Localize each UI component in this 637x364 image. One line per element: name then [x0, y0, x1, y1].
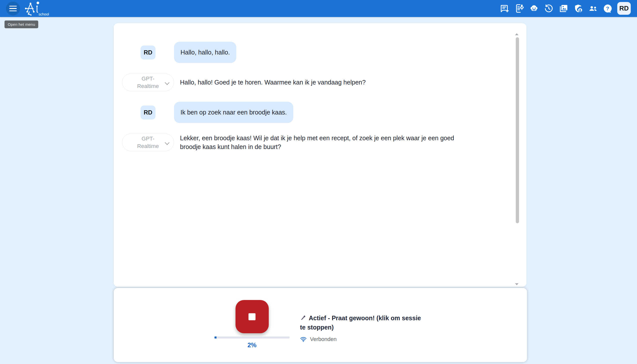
model-selector[interactable]: GPT-Realtime: [122, 74, 174, 91]
chevron-down-icon: [165, 140, 169, 145]
chevron-down-icon: [165, 80, 169, 85]
media-library-button[interactable]: [558, 3, 569, 14]
page: school: [0, 0, 637, 364]
connection-text: Verbonden: [310, 336, 336, 342]
ai-school-logo-icon: school: [22, 0, 52, 17]
history-button[interactable]: [544, 3, 554, 14]
audio-progress-track: [214, 336, 290, 338]
menu-button[interactable]: [6, 2, 20, 16]
stop-icon: [248, 313, 256, 320]
new-chat-icon: [500, 4, 510, 14]
history-icon: [544, 4, 554, 14]
scrollbar-down-arrow[interactable]: [515, 283, 518, 285]
microphone-icon: [300, 314, 306, 321]
message-text: Hallo, hallo, hallo.: [180, 49, 230, 56]
user-bubble: Hallo, hallo, hallo.: [174, 42, 236, 63]
scrollbar-thumb[interactable]: [516, 37, 519, 223]
header-actions: ?: [499, 3, 613, 14]
admin-shield-button[interactable]: [573, 3, 584, 14]
voice-document-button[interactable]: [514, 3, 524, 14]
groups-button[interactable]: [588, 3, 598, 14]
user-avatar-button[interactable]: RD: [617, 2, 631, 15]
scrollbar-up-arrow[interactable]: [515, 33, 518, 35]
model-selector[interactable]: GPT-Realtime: [122, 134, 174, 151]
session-card: 2% Actief - Praat gewoon! (klik om sessi…: [114, 288, 527, 362]
stop-session-button[interactable]: [236, 300, 269, 333]
message-text: Ik ben op zoek naar een broodje kaas.: [180, 109, 287, 116]
chat-panel: RD Hallo, hallo, hallo. GPT-Realtime Hal…: [114, 23, 526, 287]
groups-icon: [588, 4, 598, 14]
header-bar: school: [0, 0, 637, 17]
chat-message-row: RD Ik ben op zoek naar een broodje kaas.: [122, 102, 504, 123]
model-label: GPT-Realtime: [133, 135, 163, 150]
assistant-text: Hallo, hallo! Goed je te horen. Waarmee …: [180, 78, 366, 87]
chat-message-list: RD Hallo, hallo, hallo. GPT-Realtime Hal…: [122, 42, 504, 162]
audio-progress-fill: [214, 336, 216, 338]
model-label: GPT-Realtime: [133, 75, 163, 90]
session-status: Actief - Praat gewoon! (klik om sessie t…: [300, 314, 426, 342]
robot-assistant-button[interactable]: [529, 3, 539, 14]
new-chat-button[interactable]: [499, 3, 510, 14]
progress-percentage: 2%: [248, 342, 256, 349]
help-icon: ?: [603, 4, 613, 14]
help-button[interactable]: ?: [602, 3, 613, 14]
assistant-text: Lekker, een broodje kaas! Wil je dat ik …: [180, 134, 461, 151]
svg-text:school: school: [38, 12, 49, 16]
user-avatar: RD: [140, 46, 156, 60]
app-logo[interactable]: school: [22, 0, 52, 18]
media-library-icon: [558, 4, 568, 14]
status-text: Actief - Praat gewoon! (klik om sessie t…: [300, 314, 421, 331]
admin-shield-icon: [573, 4, 583, 14]
chat-message-row: GPT-Realtime Lekker, een broodje kaas! W…: [122, 134, 504, 151]
menu-tooltip: Open het menu: [4, 20, 38, 28]
menu-icon: [9, 6, 17, 7]
voice-document-icon: [514, 4, 524, 14]
robot-icon: [529, 4, 539, 14]
chat-message-row: GPT-Realtime Hallo, hallo! Goed je te ho…: [122, 74, 504, 91]
wifi-icon: [300, 336, 307, 342]
session-controls: 2%: [214, 300, 290, 349]
chat-message-row: RD Hallo, hallo, hallo.: [122, 42, 504, 63]
svg-text:?: ?: [606, 6, 609, 11]
user-avatar: RD: [140, 106, 156, 120]
user-bubble: Ik ben op zoek naar een broodje kaas.: [174, 102, 293, 123]
